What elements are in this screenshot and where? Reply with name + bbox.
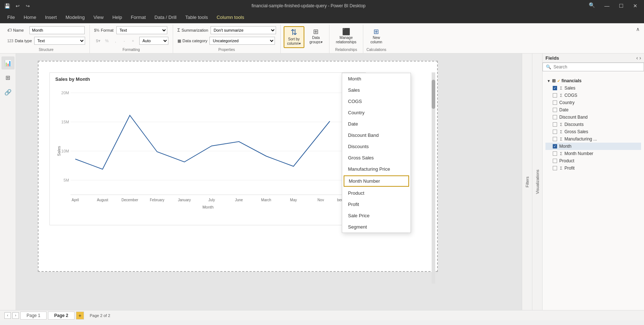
field-sales[interactable]: ✓ Σ Sales xyxy=(545,84,641,92)
field-month-number-checkbox[interactable] xyxy=(553,151,557,156)
data-groups-button[interactable]: ⊞ Datagroups▾ xyxy=(306,26,326,47)
field-profit[interactable]: Σ Profit xyxy=(545,165,641,172)
table-name: financials xyxy=(561,78,581,83)
panel-prev[interactable]: ‹ xyxy=(636,55,638,61)
dropdown-item-gross-sales[interactable]: Gross Sales xyxy=(342,152,411,163)
comma-button[interactable]: , xyxy=(112,37,120,45)
field-country-checkbox[interactable] xyxy=(553,100,557,105)
ribbon: 🏷 Name 123 Data type Text Whole Number xyxy=(0,23,644,53)
menu-modeling[interactable]: Modeling xyxy=(61,13,89,21)
menu-home[interactable]: Home xyxy=(19,13,41,21)
dropdown-item-month[interactable]: Month xyxy=(342,73,411,84)
menu-format[interactable]: Format xyxy=(127,13,150,21)
filters-tab[interactable]: Filters xyxy=(522,53,532,310)
field-discounts[interactable]: Σ Discounts xyxy=(545,121,641,128)
model-view-icon[interactable]: 🔗 xyxy=(1,86,15,99)
minimize-button[interactable]: — xyxy=(601,2,612,9)
field-date-checkbox[interactable] xyxy=(553,108,557,112)
canvas-scrollbar-handle[interactable] xyxy=(432,80,435,109)
close-button[interactable]: ✕ xyxy=(630,2,640,9)
canvas-area: Sales by Month 20M 15M 10M 5M Sales xyxy=(16,53,542,310)
percent-button[interactable]: % xyxy=(103,37,111,45)
name-input[interactable] xyxy=(29,26,85,34)
field-label-date: Date xyxy=(559,107,568,112)
field-profit-checkbox[interactable] xyxy=(553,166,557,170)
field-cogs-checkbox[interactable] xyxy=(553,93,557,98)
format-icon: $% xyxy=(94,28,99,32)
datatype-select[interactable]: Text Whole Number Decimal Number Date Tr… xyxy=(34,37,85,45)
menu-insert[interactable]: Insert xyxy=(41,13,61,21)
summarization-select[interactable]: Don't summarize Sum Average Min Max Coun… xyxy=(211,26,276,34)
field-gross-sales-checkbox[interactable] xyxy=(553,130,557,134)
auto-select[interactable]: Auto xyxy=(139,37,168,45)
search-titlebar-icon[interactable]: 🔍 xyxy=(586,2,598,9)
datatype-row: 123 Data type Text Whole Number Decimal … xyxy=(7,37,85,45)
new-column-button[interactable]: ⊞ Newcolumn xyxy=(366,26,387,47)
field-date[interactable]: Date xyxy=(545,106,641,114)
dropdown-item-date[interactable]: Date xyxy=(342,118,411,130)
dropdown-item-segment[interactable]: Segment xyxy=(342,221,411,233)
format-select[interactable]: Text Number Currency Date Percentage xyxy=(116,26,167,34)
panel-next[interactable]: › xyxy=(639,55,641,61)
summarization-label: Σ Summarization xyxy=(177,28,208,33)
field-gross-sales[interactable]: Σ Gross Sales xyxy=(545,128,641,135)
redo-icon[interactable]: ↪ xyxy=(24,2,31,9)
menu-help[interactable]: Help xyxy=(108,13,127,21)
chart-container[interactable]: Sales by Month 20M 15M 10M 5M Sales xyxy=(49,72,366,225)
ribbon-collapse[interactable]: ∧ xyxy=(635,25,641,53)
table-header-financials[interactable]: ▼ ⊞ ✓ financials xyxy=(545,77,641,84)
report-view-icon[interactable]: 📊 xyxy=(1,56,15,70)
field-sales-checkbox[interactable]: ✓ xyxy=(553,86,557,90)
dec-minus-button[interactable]: - xyxy=(120,37,128,45)
field-discount-band[interactable]: Discount Band xyxy=(545,114,641,121)
dropdown-item-cogs[interactable]: COGS xyxy=(342,96,411,107)
field-manufacturing-checkbox[interactable] xyxy=(553,137,557,141)
dropdown-item-month-number[interactable]: Month Number xyxy=(344,175,409,187)
field-sigma-sales: Σ xyxy=(560,86,562,90)
dropdown-item-country[interactable]: Country xyxy=(342,107,411,118)
page-next-button[interactable]: › xyxy=(12,312,19,319)
maximize-button[interactable]: ☐ xyxy=(616,2,627,9)
menu-table-tools[interactable]: Table tools xyxy=(181,13,212,21)
currency-button[interactable]: $▾ xyxy=(94,37,102,45)
menu-view[interactable]: View xyxy=(89,13,108,21)
visualizations-tab[interactable]: Visualizations xyxy=(532,53,542,310)
page1-tab[interactable]: Page 1 xyxy=(20,312,47,320)
dec-plus-button[interactable]: + xyxy=(129,37,137,45)
menu-data-drill[interactable]: Data / Drill xyxy=(150,13,181,21)
field-product[interactable]: Product xyxy=(545,157,641,165)
dropdown-item-sales[interactable]: Sales xyxy=(342,84,411,96)
x-axis-label: Month xyxy=(203,205,214,209)
data-view-icon[interactable]: ⊞ xyxy=(1,71,15,84)
window-controls: 🔍 — ☐ ✕ xyxy=(586,2,640,9)
field-discounts-checkbox[interactable] xyxy=(553,122,557,127)
datacategory-select[interactable]: Uncategorized Address City Country Posta… xyxy=(209,37,275,45)
canvas-scrollbar[interactable] xyxy=(432,72,435,284)
field-cogs[interactable]: Σ COGS xyxy=(545,92,641,99)
manage-relationships-button[interactable]: ⬛ Managerelationships xyxy=(332,26,360,47)
dropdown-item-discounts[interactable]: Discounts xyxy=(342,141,411,152)
undo-icon[interactable]: ↩ xyxy=(14,2,21,9)
menu-file[interactable]: File xyxy=(3,13,19,21)
menu-column-tools[interactable]: Column tools xyxy=(212,13,249,21)
sort-by-column-button[interactable]: ⇅ Sort bycolumn▾ xyxy=(284,26,304,48)
dropdown-item-sale-price[interactable]: Sale Price xyxy=(342,210,411,221)
dropdown-item-manufacturing-price[interactable]: Manufacturing Price xyxy=(342,163,411,175)
field-month-checkbox[interactable]: ✓ xyxy=(553,144,557,148)
field-manufacturing[interactable]: Σ Manufacturing ... xyxy=(545,135,641,143)
save-icon[interactable]: 💾 xyxy=(4,2,11,9)
dropdown-item-profit[interactable]: Profit xyxy=(342,199,411,210)
field-discount-band-checkbox[interactable] xyxy=(553,115,557,119)
field-month[interactable]: ✓ Month xyxy=(545,143,641,150)
dropdown-item-product[interactable]: Product xyxy=(342,187,411,199)
field-country[interactable]: Country xyxy=(545,99,641,106)
formatting-controls: $% Format Text Number Currency Date Perc… xyxy=(94,26,168,47)
dropdown-item-discount-band[interactable]: Discount Band xyxy=(342,130,411,141)
add-page-button[interactable]: + xyxy=(76,312,84,320)
page-prev-button[interactable]: ‹ xyxy=(4,312,11,319)
field-month-number[interactable]: Σ Month Number xyxy=(545,150,641,157)
chart-line xyxy=(75,115,330,169)
page2-tab[interactable]: Page 2 xyxy=(48,312,75,320)
field-product-checkbox[interactable] xyxy=(553,159,557,163)
fields-search-input[interactable] xyxy=(553,64,641,70)
